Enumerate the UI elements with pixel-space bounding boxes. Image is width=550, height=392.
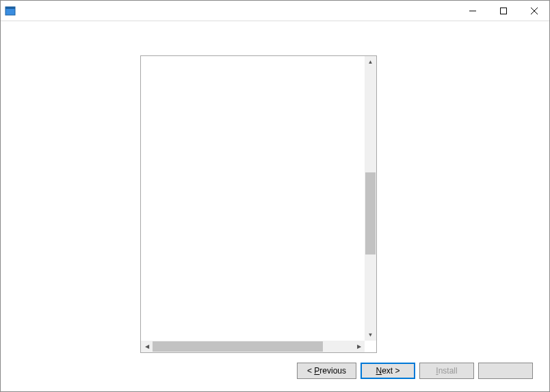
svg-rect-1 — [5, 7, 15, 9]
previous-button[interactable]: < Previous — [297, 363, 356, 379]
tree-scroll[interactable] — [141, 56, 376, 352]
install-button[interactable]: Install — [419, 363, 474, 379]
maximize-button[interactable] — [488, 1, 519, 21]
scroll-up-button[interactable]: ▲ — [365, 56, 376, 68]
header-row — [1, 21, 549, 29]
nav-sidebar — [17, 40, 140, 353]
window-controls — [457, 1, 549, 21]
body-row: ▲ ▼ ◀ ▶ — [1, 29, 549, 353]
vertical-scrollbar[interactable]: ▲ ▼ — [365, 56, 376, 341]
close-button[interactable] — [519, 1, 549, 21]
description-panel — [389, 51, 533, 353]
content-area: ▲ ▼ ◀ ▶ — [1, 21, 549, 391]
scroll-left-button[interactable]: ◀ — [141, 341, 153, 352]
minimize-button[interactable] — [457, 1, 488, 21]
panels-row: ▲ ▼ ◀ ▶ — [140, 51, 533, 353]
button-row: < Previous Next > Install — [1, 353, 549, 391]
cancel-button[interactable] — [478, 363, 533, 379]
wizard-window: ▲ ▼ ◀ ▶ — [0, 0, 550, 392]
scroll-down-button[interactable]: ▼ — [365, 329, 376, 341]
scroll-thumb-h[interactable] — [153, 341, 323, 352]
tree-container: ▲ ▼ ◀ ▶ — [140, 55, 377, 353]
scroll-track-v[interactable] — [365, 68, 376, 329]
horizontal-scrollbar[interactable]: ◀ ▶ — [141, 341, 365, 352]
next-button[interactable]: Next > — [361, 363, 415, 379]
role-services-panel: ▲ ▼ ◀ ▶ — [140, 51, 377, 353]
main-panel: ▲ ▼ ◀ ▶ — [140, 40, 533, 353]
scroll-right-button[interactable]: ▶ — [353, 341, 365, 352]
scroll-track-h[interactable] — [153, 341, 353, 352]
titlebar — [1, 1, 549, 21]
app-icon — [5, 5, 16, 16]
scroll-thumb-v[interactable] — [365, 172, 376, 254]
svg-rect-3 — [500, 8, 506, 14]
